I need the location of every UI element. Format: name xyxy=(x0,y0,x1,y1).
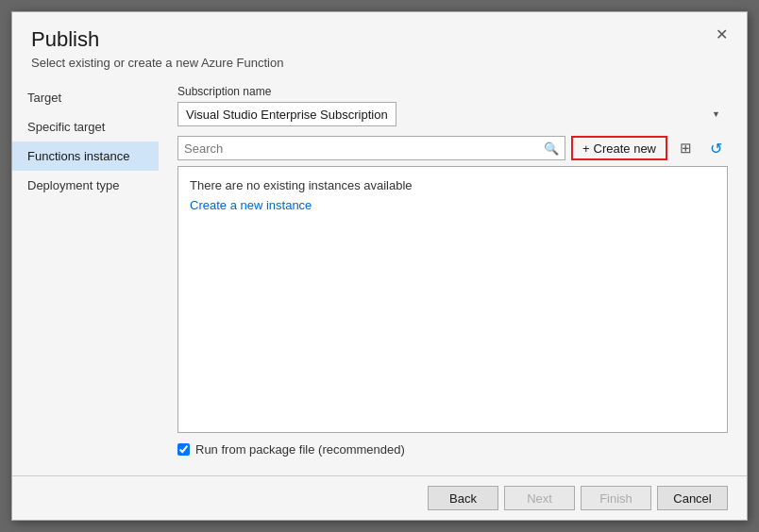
content-area: Target Specific target Functions instanc… xyxy=(12,74,747,475)
sidebar: Target Specific target Functions instanc… xyxy=(12,74,159,475)
sidebar-item-target[interactable]: Target xyxy=(12,83,159,112)
close-icon: ✕ xyxy=(716,26,728,42)
create-new-label: Create new xyxy=(594,141,656,156)
subscription-row: Visual Studio Enterprise Subscription xyxy=(177,102,728,126)
search-box: 🔍 xyxy=(177,136,565,160)
close-button[interactable]: ✕ xyxy=(716,27,728,42)
sidebar-item-deployment-type[interactable]: Deployment type xyxy=(12,171,159,200)
subscription-label: Subscription name xyxy=(177,85,728,98)
main-panel: Subscription name Visual Studio Enterpri… xyxy=(159,74,747,475)
create-new-button[interactable]: + Create new xyxy=(571,136,667,160)
dialog-title: Publish xyxy=(31,27,283,52)
footer: Back Next Finish Cancel xyxy=(12,475,747,520)
toolbar-row: 🔍 + Create new ⊞ ↺ xyxy=(177,136,728,160)
title-bar-left: Publish Select existing or create a new … xyxy=(31,27,283,70)
plus-icon: + xyxy=(582,141,590,156)
no-instances-text: There are no existing instances availabl… xyxy=(190,178,716,192)
package-file-label: Run from package file (recommended) xyxy=(195,442,405,457)
refresh-button[interactable]: ↺ xyxy=(703,136,728,160)
create-instance-link[interactable]: Create a new instance xyxy=(190,198,312,212)
title-bar: Publish Select existing or create a new … xyxy=(12,12,747,74)
instances-panel: There are no existing instances availabl… xyxy=(177,166,728,433)
checkbox-row: Run from package file (recommended) xyxy=(177,442,728,457)
cancel-button[interactable]: Cancel xyxy=(657,486,728,510)
search-input[interactable] xyxy=(184,141,540,156)
subscription-select[interactable]: Visual Studio Enterprise Subscription xyxy=(177,102,396,126)
subscription-wrapper: Visual Studio Enterprise Subscription xyxy=(177,102,728,126)
search-icon: 🔍 xyxy=(544,141,559,156)
sidebar-item-functions-instance[interactable]: Functions instance xyxy=(12,141,159,171)
refresh-icon: ↺ xyxy=(710,140,722,158)
next-button[interactable]: Next xyxy=(504,486,575,510)
sidebar-item-specific-target[interactable]: Specific target xyxy=(12,112,159,141)
publish-dialog: Publish Select existing or create a new … xyxy=(11,11,748,521)
dialog-subtitle: Select existing or create a new Azure Fu… xyxy=(31,56,283,70)
package-file-checkbox[interactable] xyxy=(177,443,190,456)
columns-icon: ⊞ xyxy=(680,140,692,157)
columns-button[interactable]: ⊞ xyxy=(673,136,698,160)
finish-button[interactable]: Finish xyxy=(581,486,651,510)
back-button[interactable]: Back xyxy=(428,486,498,510)
